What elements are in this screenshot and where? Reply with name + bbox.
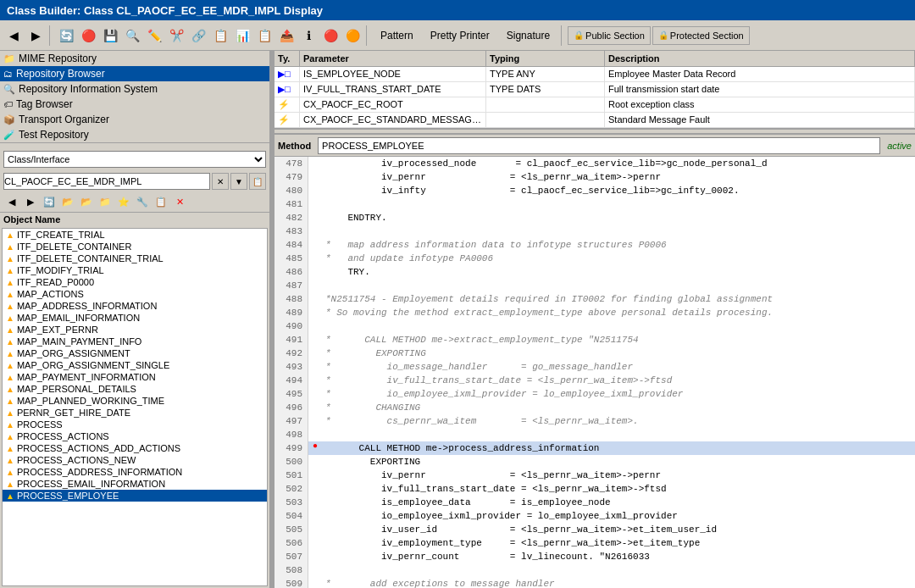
tree-item-map-org-single[interactable]: ▲ MAP_ORG_ASSIGNMENT_SINGLE: [3, 359, 267, 371]
tree-label-itf-modify: ITF_MODIFY_TRIAL: [17, 265, 104, 275]
toolbar-btn-11[interactable]: 📤: [276, 25, 297, 46]
tree-item-process-email[interactable]: ▲ PROCESS_EMAIL_INFORMATION: [3, 478, 267, 490]
pretty-printer-button[interactable]: Pretty Printer: [423, 25, 497, 46]
tree-item-map-ext[interactable]: ▲ MAP_EXT_PERNR: [3, 324, 267, 336]
params-row-2[interactable]: ▶□ IV_FULL_TRANS_START_DATE TYPE DATS Fu…: [274, 82, 915, 97]
tree-item-pernr-hire[interactable]: ▲ PERNR_GET_HIRE_DATE: [3, 407, 267, 419]
line-number: 478: [274, 157, 308, 170]
protected-section-tab[interactable]: 🔒 Protected Section: [652, 26, 750, 45]
toolbar-btn-13[interactable]: 🔴: [320, 25, 341, 46]
left-tb-btn-10[interactable]: ✕: [171, 193, 188, 210]
pattern-button[interactable]: Pattern: [373, 25, 421, 46]
tree-item-map-main[interactable]: ▲ MAP_MAIN_PAYMENT_INFO: [3, 336, 267, 347]
tree-item-map-payment[interactable]: ▲ MAP_PAYMENT_INFORMATION: [3, 371, 267, 383]
public-section-tab[interactable]: 🔒 Public Section: [568, 26, 651, 45]
tree-icon-10: ▲: [6, 337, 14, 347]
toolbar-btn-4[interactable]: 🔍: [122, 25, 142, 46]
code-line-494: 494* iv_full_trans_start_date = <ls_pern…: [274, 374, 915, 387]
tree-item-process[interactable]: ▲ PROCESS: [3, 419, 267, 430]
nav-repository-browser[interactable]: 🗂 Repository Browser: [0, 66, 269, 81]
line-number: 494: [274, 374, 308, 387]
left-tb-btn-6[interactable]: 📁: [97, 193, 114, 210]
toolbar-btn-12[interactable]: ℹ: [298, 25, 319, 46]
toolbar-btn-7[interactable]: 🔗: [188, 25, 208, 46]
param-desc-1: Employee Master Data Record: [605, 67, 915, 81]
line-number: 479: [274, 170, 308, 184]
tree-item-process-address[interactable]: ▲ PROCESS_ADDRESS_INFORMATION: [3, 466, 267, 478]
class-name-search-btn[interactable]: ▼: [230, 173, 247, 190]
nav-test-repository[interactable]: 🧪 Test Repository: [0, 127, 269, 142]
left-tb-btn-5[interactable]: 📂: [78, 193, 95, 210]
sep1: [49, 25, 53, 46]
code-line-481: 481: [274, 197, 915, 211]
back-button[interactable]: ◀: [3, 25, 24, 46]
tree-item-process-employee[interactable]: ▲ PROCESS_EMPLOYEE: [3, 490, 267, 502]
toolbar-btn-8[interactable]: 📋: [210, 25, 230, 46]
toolbar-btn-1[interactable]: 🔄: [56, 25, 76, 46]
toolbar-btn-6[interactable]: ✂️: [166, 25, 186, 46]
nav-mime-repository[interactable]: 📁 MIME Repository: [0, 51, 269, 66]
toolbar-btn-10[interactable]: 📋: [254, 25, 274, 46]
code-editor[interactable]: 478 iv_processed_node = cl_paocf_ec_serv…: [274, 157, 915, 588]
line-number: 506: [274, 536, 308, 550]
left-tb-btn-8[interactable]: 🔧: [134, 193, 151, 210]
tree-item-itf-modify[interactable]: ▲ ITF_MODIFY_TRIAL: [3, 264, 267, 276]
params-row-4[interactable]: ⚡ CX_PAOCF_EC_STANDARD_MESSAGE_F Standar…: [274, 113, 915, 128]
left-tb-btn-3[interactable]: 🔄: [41, 193, 58, 210]
line-number: 508: [274, 563, 308, 577]
nav-repo-info-system[interactable]: 🔍 Repository Information System: [0, 81, 269, 97]
class-interface-select[interactable]: Class/Interface: [3, 151, 266, 168]
tree-item-itf-read[interactable]: ▲ ITF_READ_P0000: [3, 276, 267, 288]
tree-item-map-email[interactable]: ▲ MAP_EMAIL_INFORMATION: [3, 312, 267, 324]
line-number: 491: [274, 333, 308, 347]
class-name-input[interactable]: [3, 173, 210, 190]
signature-button[interactable]: Signature: [499, 25, 557, 46]
line-number: 482: [274, 211, 308, 225]
tree-label-process-email: PROCESS_EMAIL_INFORMATION: [17, 479, 165, 489]
tree-item-itf-delete-trial[interactable]: ▲ ITF_DELETE_CONTAINER_TRIAL: [3, 252, 267, 264]
params-row-3[interactable]: ⚡ CX_PAOCF_EC_ROOT Root exception class: [274, 97, 915, 113]
left-tb-btn-4[interactable]: 📂: [59, 193, 76, 210]
transport-label: Transport Organizer: [19, 114, 109, 125]
toolbar-btn-5[interactable]: ✏️: [144, 25, 164, 46]
repo-info-label: Repository Information System: [19, 83, 158, 95]
params-row-1[interactable]: ▶□ IS_EMPLOYEE_NODE TYPE ANY Employee Ma…: [274, 67, 915, 82]
object-tree[interactable]: ▲ ITF_CREATE_TRIAL ▲ ITF_DELETE_CONTAINE…: [2, 228, 268, 586]
tree-icon-6: ▲: [6, 290, 14, 299]
tree-icon-11: ▲: [6, 349, 14, 358]
line-number: 492: [274, 347, 308, 360]
tree-icon-15: ▲: [6, 397, 14, 406]
protected-section-label: Protected Section: [670, 31, 744, 41]
tree-item-process-actions-add[interactable]: ▲ PROCESS_ACTIONS_ADD_ACTIONS: [3, 442, 267, 454]
left-tb-btn-1[interactable]: ◀: [3, 193, 20, 210]
param-desc-3: Root exception class: [605, 97, 915, 112]
tree-item-map-address[interactable]: ▲ MAP_ADDRESS_INFORMATION: [3, 300, 267, 312]
nav-tag-browser[interactable]: 🏷 Tag Browser: [0, 97, 269, 112]
tree-label-process-address: PROCESS_ADDRESS_INFORMATION: [17, 467, 182, 477]
left-tb-btn-2[interactable]: ▶: [22, 193, 39, 210]
toolbar-btn-9[interactable]: 📊: [232, 25, 252, 46]
class-interface-row: Class/Interface: [0, 147, 269, 171]
left-tb-btn-9[interactable]: 📋: [152, 193, 169, 210]
tree-item-map-personal[interactable]: ▲ MAP_PERSONAL_DETAILS: [3, 383, 267, 395]
line-content: * io_message_handler = go_message_handle…: [322, 360, 915, 374]
code-line-509: 509* add exceptions to message handler: [274, 577, 915, 588]
forward-button[interactable]: ▶: [25, 25, 46, 46]
tree-item-itf-create[interactable]: ▲ ITF_CREATE_TRIAL: [3, 229, 267, 241]
tree-item-map-actions[interactable]: ▲ MAP_ACTIONS: [3, 288, 267, 300]
tree-item-map-org[interactable]: ▲ MAP_ORG_ASSIGNMENT: [3, 347, 267, 359]
toolbar-btn-14[interactable]: 🟠: [342, 25, 363, 46]
tree-item-map-planned[interactable]: ▲ MAP_PLANNED_WORKING_TIME: [3, 395, 267, 407]
class-name-browse-btn[interactable]: 📋: [249, 173, 266, 190]
class-name-clear-btn[interactable]: ✕: [212, 173, 229, 190]
toolbar-btn-3[interactable]: 💾: [100, 25, 120, 46]
toolbar-btn-2[interactable]: 🔴: [78, 25, 98, 46]
param-desc-2: Full transmission start date: [605, 82, 915, 97]
nav-transport-organizer[interactable]: 📦 Transport Organizer: [0, 112, 269, 127]
left-tb-btn-7[interactable]: ⭐: [115, 193, 132, 210]
tree-item-itf-delete[interactable]: ▲ ITF_DELETE_CONTAINER: [3, 241, 267, 252]
line-number: 483: [274, 225, 308, 238]
tree-item-process-actions-new[interactable]: ▲ PROCESS_ACTIONS_NEW: [3, 454, 267, 466]
tree-item-process-actions[interactable]: ▲ PROCESS_ACTIONS: [3, 430, 267, 442]
tree-label-map-planned: MAP_PLANNED_WORKING_TIME: [17, 396, 164, 406]
